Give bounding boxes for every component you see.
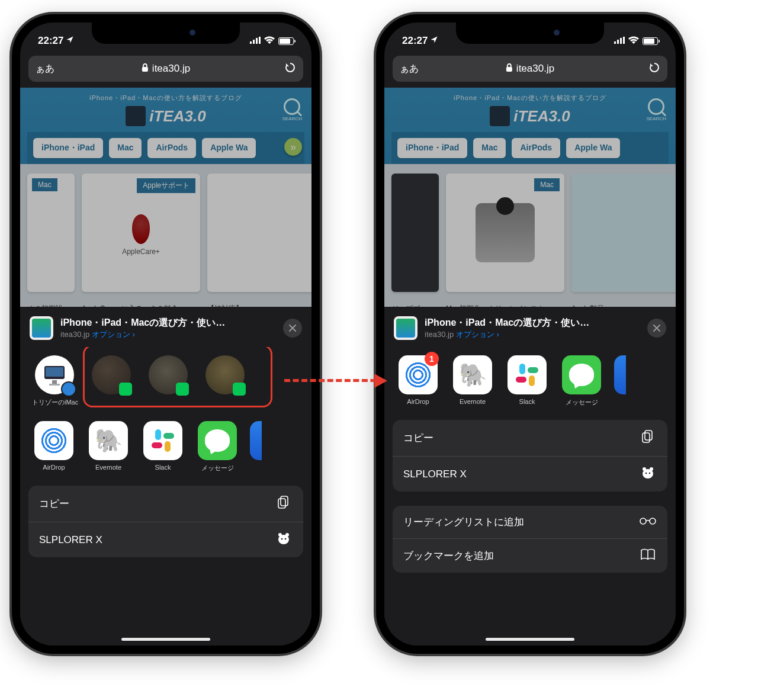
action-copy[interactable]: コピー: [28, 486, 303, 522]
svg-point-27: [649, 473, 651, 474]
nav-more-button[interactable]: »: [284, 138, 302, 156]
status-time: 22:27: [402, 35, 428, 47]
app-label: Evernote: [451, 398, 494, 405]
share-app-airdrop[interactable]: AirDrop: [32, 421, 76, 473]
share-app-slack[interactable]: Slack: [141, 421, 185, 473]
search-icon: [648, 98, 664, 115]
location-icon: [66, 35, 74, 47]
svg-rect-0: [250, 41, 252, 44]
nav-item[interactable]: Apple Wa: [202, 138, 256, 158]
nav-item[interactable]: Mac: [109, 138, 142, 158]
svg-rect-17: [617, 40, 619, 44]
home-indicator[interactable]: [486, 638, 574, 641]
sheet-options-link[interactable]: オプション ›: [456, 330, 499, 339]
sheet-title: iPhone・iPad・Macの選び方・使い…: [425, 317, 640, 329]
share-app-more[interactable]: [614, 355, 626, 407]
share-app-messages[interactable]: メッセージ: [195, 421, 239, 473]
site-logo: iTEA3.0: [391, 106, 669, 126]
applecare-icon: AppleCare+: [122, 210, 160, 256]
svg-rect-2: [256, 38, 258, 44]
nav-item[interactable]: Apple Wa: [566, 138, 620, 158]
close-button[interactable]: [283, 319, 302, 338]
svg-rect-6: [46, 367, 63, 377]
share-app-more[interactable]: [250, 421, 262, 473]
article-card[interactable]: コラム: [391, 174, 439, 292]
action-label: SLPLORER X: [39, 534, 102, 546]
battery-icon: [643, 37, 658, 45]
imac-avatar: [35, 355, 74, 394]
share-app-slack[interactable]: Slack: [505, 355, 549, 407]
site-logo: iTEA3.0: [27, 106, 304, 126]
svg-rect-18: [620, 38, 622, 44]
article-card[interactable]: Mac: [27, 174, 75, 292]
nav-item[interactable]: iPhone・iPad: [397, 138, 467, 158]
wifi-icon: [628, 35, 639, 47]
svg-point-15: [285, 538, 287, 540]
hdd-icon: [476, 203, 535, 262]
reload-icon[interactable]: [284, 62, 296, 76]
nav-item[interactable]: AirPods: [147, 138, 196, 158]
nav-item[interactable]: iPhone・iPad: [33, 138, 103, 158]
app-label: メッセージ: [560, 398, 603, 407]
close-button[interactable]: [647, 319, 666, 338]
reload-icon[interactable]: [648, 62, 660, 76]
hamster-icon: [639, 466, 657, 482]
action-bookmark[interactable]: ブックマークを追加: [393, 539, 667, 573]
svg-rect-4: [142, 67, 148, 72]
annotation-highlight: [83, 347, 272, 407]
action-slplorer[interactable]: SLPLORER X: [393, 457, 667, 492]
mascot-icon: [126, 106, 146, 126]
hamster-icon: [275, 532, 293, 548]
book-icon: [639, 548, 657, 563]
share-target-imac[interactable]: トリゾーのiMac: [32, 355, 77, 407]
article-card[interactable]: [207, 174, 311, 292]
lock-icon: [506, 63, 513, 75]
mascot-icon: [490, 106, 510, 126]
article-card[interactable]: [571, 174, 676, 292]
slack-icon: [150, 428, 175, 453]
svg-rect-10: [278, 499, 285, 508]
share-app-evernote[interactable]: 🐘 Evernote: [451, 355, 494, 407]
url-bar[interactable]: ぁあ itea30.jp: [28, 56, 303, 82]
article-card[interactable]: Mac: [446, 174, 564, 292]
action-reading-list[interactable]: リーディングリストに追加: [393, 506, 667, 539]
text-size-button[interactable]: ぁあ: [400, 63, 419, 75]
app-label: Slack: [505, 398, 549, 405]
card-badge: Mac: [32, 178, 57, 191]
share-app-evernote[interactable]: 🐘 Evernote: [86, 421, 130, 473]
share-app-messages[interactable]: メッセージ: [560, 355, 603, 407]
search-button[interactable]: SEARCH: [282, 98, 302, 121]
messages-icon: [569, 364, 594, 386]
search-icon: [284, 98, 300, 115]
lock-icon: [142, 63, 149, 75]
sheet-options-link[interactable]: オプション ›: [92, 330, 135, 339]
url-bar[interactable]: ぁあ itea30.jp: [393, 56, 667, 82]
action-copy[interactable]: コピー: [393, 420, 667, 457]
article-card[interactable]: Appleサポート AppleCare+: [82, 174, 200, 292]
status-time: 22:27: [38, 35, 63, 47]
svg-rect-8: [49, 384, 60, 386]
nav-item[interactable]: AirPods: [512, 138, 560, 158]
app-label: メッセージ: [195, 464, 239, 473]
action-slplorer[interactable]: SLPLORER X: [28, 522, 303, 557]
sheet-favicon: [30, 316, 53, 340]
search-button[interactable]: SEARCH: [647, 98, 666, 121]
signal-icon: [250, 35, 261, 47]
nav-item[interactable]: Mac: [473, 138, 506, 158]
sheet-favicon: [394, 316, 417, 340]
airdrop-icon: [404, 361, 432, 388]
text-size-button[interactable]: ぁあ: [36, 63, 54, 75]
action-label: コピー: [403, 431, 433, 445]
svg-rect-1: [253, 40, 255, 44]
home-indicator[interactable]: [121, 638, 210, 641]
svg-point-28: [640, 518, 646, 524]
svg-rect-19: [623, 37, 625, 44]
slack-icon: [515, 362, 539, 387]
svg-rect-20: [506, 67, 512, 72]
copy-icon: [275, 495, 293, 512]
copy-icon: [639, 429, 657, 447]
app-icon-partial: [614, 355, 626, 394]
wifi-icon: [264, 35, 275, 47]
share-app-airdrop[interactable]: 1 AirDrop: [396, 355, 440, 407]
glasses-icon: [639, 516, 657, 528]
